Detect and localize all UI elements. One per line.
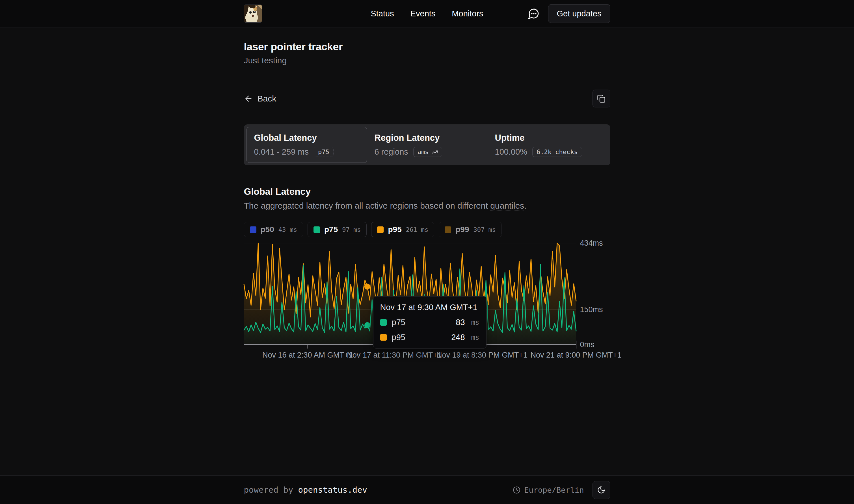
message-bubble-icon: [528, 7, 540, 19]
nav-link-monitors[interactable]: Monitors: [452, 9, 483, 18]
feedback-button[interactable]: [528, 7, 540, 19]
legend-value: 97 ms: [342, 226, 361, 233]
page-subtitle: Just testing: [244, 56, 610, 65]
section-description: The aggregated latency from all active r…: [244, 201, 610, 211]
tooltip-row-p95: p95 248 ms: [380, 333, 479, 342]
p75-swatch: [380, 319, 387, 326]
legend-label: p75: [324, 225, 338, 234]
nav-links: Status Events Monitors: [370, 9, 483, 18]
legend-value: 307 ms: [473, 226, 495, 233]
tab-value: 100.00%: [495, 147, 527, 157]
y-tick-label: 0ms: [580, 340, 595, 349]
tab-value: 6 regions: [375, 147, 408, 157]
region-badge: ams: [413, 147, 442, 157]
tab-title: Region Latency: [375, 133, 480, 143]
legend-toggle-p95[interactable]: p95 261 ms: [371, 222, 434, 237]
tooltip-value: 83: [456, 318, 465, 327]
p99-swatch: [445, 227, 451, 233]
chart-legend: p50 43 ms p75 97 ms p95 261 ms p99 307 m…: [244, 222, 610, 237]
p95-swatch: [380, 334, 387, 341]
latency-chart[interactable]: Nov 17 at 9:30 AM GMT+1 p75 83 ms p95: [244, 240, 576, 362]
latency-chart-block: Nov 17 at 9:30 AM GMT+1 p75 83 ms p95: [244, 240, 610, 362]
tab-value: 0.041 - 259 ms: [254, 147, 309, 157]
tab-title: Uptime: [495, 133, 600, 143]
tooltip-unit: ms: [471, 334, 479, 341]
metric-tabs: Global Latency 0.041 - 259 ms p75 Region…: [244, 124, 610, 165]
quantiles-link[interactable]: quantiles: [490, 201, 524, 210]
cat-logo-image: [244, 5, 262, 23]
top-nav: Status Events Monitors Get updates: [0, 0, 854, 28]
tab-uptime[interactable]: Uptime 100.00% 6.2k checks: [487, 127, 608, 163]
description-text: The aggregated latency from all active r…: [244, 201, 490, 210]
tab-global-latency[interactable]: Global Latency 0.041 - 259 ms p75: [247, 127, 367, 163]
nav-actions: Get updates: [528, 4, 610, 23]
page-title: laser pointer tracker: [244, 41, 610, 53]
timezone-label: Europe/Berlin: [524, 486, 584, 494]
powered-by-prefix: powered by: [244, 485, 298, 495]
tooltip-unit: ms: [471, 319, 479, 326]
section-title: Global Latency: [244, 186, 610, 197]
clock-icon: [513, 486, 521, 494]
tooltip-row-p75: p75 83 ms: [380, 318, 479, 327]
trending-up-icon: [432, 149, 438, 155]
description-period: .: [524, 201, 526, 210]
toolbar: Back: [244, 90, 610, 107]
y-tick-label: 150ms: [580, 305, 603, 314]
back-label: Back: [257, 94, 276, 104]
copy-link-button[interactable]: [593, 90, 610, 107]
moon-icon: [597, 486, 605, 494]
tooltip-series-label: p95: [392, 333, 405, 342]
x-axis-labels: Nov 16 at 2:30 AM GMT+1Nov 17 at 11:30 P…: [244, 348, 576, 362]
y-tick-label: 434ms: [580, 239, 603, 248]
powered-by: powered by openstatus.dev: [244, 485, 367, 495]
checks-badge: 6.2k checks: [532, 147, 582, 157]
main-content: laser pointer tracker Just testing Back: [0, 28, 854, 475]
nav-link-events[interactable]: Events: [411, 9, 436, 18]
get-updates-button[interactable]: Get updates: [548, 4, 610, 23]
legend-label: p95: [388, 225, 401, 234]
region-badge-label: ams: [418, 148, 429, 156]
nav-link-status[interactable]: Status: [370, 9, 394, 18]
quantile-badge: p75: [314, 147, 333, 157]
chart-tooltip: Nov 17 at 9:30 AM GMT+1 p75 83 ms p95: [373, 296, 487, 348]
legend-toggle-p50[interactable]: p50 43 ms: [244, 222, 303, 237]
status-page: Status Events Monitors Get updates: [0, 0, 854, 504]
x-tick-label: Nov 21 at 9:00 PM GMT+1: [531, 351, 622, 360]
back-button[interactable]: Back: [244, 94, 276, 104]
legend-value: 261 ms: [406, 226, 428, 233]
x-tick-label: Nov 19 at 8:30 PM GMT+1: [436, 351, 527, 360]
tab-region-latency[interactable]: Region Latency 6 regions ams: [367, 127, 487, 163]
tooltip-series-label: p75: [392, 318, 405, 327]
legend-toggle-p99[interactable]: p99 307 ms: [439, 222, 502, 237]
footer: powered by openstatus.dev Europe/Berlin: [0, 475, 854, 504]
legend-label: p99: [455, 225, 469, 234]
timezone-display: Europe/Berlin: [513, 486, 584, 494]
hover-dot-p95: [364, 284, 370, 289]
hover-dot-p75: [364, 322, 370, 328]
y-axis-labels: 434ms150ms0ms: [580, 240, 610, 345]
legend-toggle-p75[interactable]: p75 97 ms: [308, 222, 367, 237]
openstatus-link[interactable]: openstatus.dev: [298, 485, 367, 495]
p75-swatch: [313, 227, 320, 233]
site-logo[interactable]: [244, 4, 262, 23]
page-header: laser pointer tracker Just testing: [244, 41, 610, 65]
theme-toggle-button[interactable]: [593, 481, 610, 499]
tooltip-value: 248: [451, 333, 465, 342]
tab-title: Global Latency: [254, 133, 359, 143]
legend-label: p50: [261, 225, 274, 234]
legend-value: 43 ms: [278, 226, 297, 233]
arrow-left-icon: [244, 94, 253, 103]
tooltip-timestamp: Nov 17 at 9:30 AM GMT+1: [380, 303, 479, 312]
p50-swatch: [250, 227, 256, 233]
copy-icon: [597, 94, 605, 103]
x-tick-label: Nov 16 at 2:30 AM GMT+1: [262, 351, 353, 360]
x-tick-label: Nov 17 at 11:30 PM GMT+1: [347, 351, 441, 360]
p95-swatch: [377, 227, 384, 233]
